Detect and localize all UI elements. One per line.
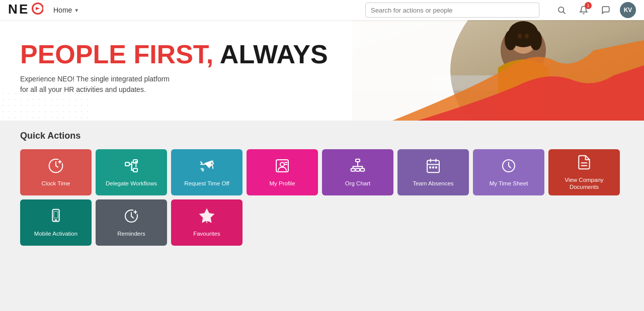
view-company-documents-icon — [576, 154, 592, 173]
request-time-off-icon — [199, 158, 215, 176]
hero-subtitle-line2: for all all your HR activities and updat… — [20, 85, 146, 93]
clock-time-label: Clock Time — [42, 180, 70, 187]
hero-title-black: ALWAYS — [220, 40, 328, 69]
my-profile-icon — [274, 158, 290, 176]
mobile-activation-icon — [48, 208, 64, 227]
tile-my-profile[interactable]: My Profile — [247, 149, 318, 195]
clock-time-icon — [48, 158, 64, 176]
hero-content: PEOPLE FIRST, ALWAYS Experience NEO! The… — [20, 40, 328, 95]
svg-rect-30 — [356, 168, 360, 171]
tile-favourites[interactable]: Favourites — [171, 199, 243, 246]
svg-rect-38 — [432, 166, 434, 168]
my-time-sheet-label: My Time Sheet — [490, 180, 528, 187]
user-avatar[interactable]: KV — [620, 2, 636, 18]
team-absences-icon — [425, 158, 441, 176]
app-header: N E Home ▼ — [0, 0, 644, 20]
favourites-label: Favourites — [193, 231, 220, 238]
svg-text:N: N — [8, 2, 17, 16]
delegate-workflows-label: Delegate Workflows — [106, 180, 157, 187]
hero-banner: PEOPLE FIRST, ALWAYS Experience NEO! The… — [0, 20, 644, 121]
hero-title-colored: PEOPLE FIRST, — [20, 40, 213, 69]
nav-home[interactable]: Home ▼ — [53, 6, 79, 14]
tile-clock-time[interactable]: Clock Time — [20, 149, 92, 195]
home-label: Home — [53, 6, 72, 14]
view-company-documents-label: View Company Documents — [553, 177, 615, 191]
tile-org-chart[interactable]: Org Chart — [322, 149, 393, 195]
my-profile-label: My Profile — [269, 180, 295, 187]
tile-team-absences[interactable]: Team Absences — [397, 149, 469, 195]
tile-delegate-workflows[interactable]: Delegate Workflows — [96, 149, 167, 195]
tile-view-company-documents[interactable]: View Company Documents — [548, 149, 620, 195]
svg-rect-45 — [54, 211, 58, 218]
svg-rect-37 — [429, 166, 431, 168]
tile-mobile-activation[interactable]: Mobile Activation — [20, 199, 92, 246]
search-icon-btn[interactable] — [553, 2, 570, 18]
notifications-btn[interactable]: 1 — [576, 2, 592, 18]
hero-wave — [292, 20, 644, 121]
request-time-off-label: Request Time Off — [184, 180, 229, 187]
delegate-workflows-icon — [123, 158, 139, 176]
hero-subtitle: Experience NEO! The single integrated pl… — [20, 74, 328, 95]
logo[interactable]: N E — [8, 2, 43, 19]
logo-text: N E — [8, 2, 43, 19]
header-icons: 1 KV — [553, 2, 636, 18]
svg-point-25 — [280, 162, 284, 166]
org-chart-label: Org Chart — [345, 180, 371, 187]
team-absences-label: Team Absences — [413, 180, 453, 187]
org-chart-icon — [350, 158, 366, 176]
search-input[interactable] — [365, 3, 539, 18]
mobile-activation-label: Mobile Activation — [34, 231, 77, 238]
actions-grid: Clock Time Delegate Workflows — [20, 149, 624, 246]
svg-text:E: E — [19, 2, 28, 16]
hero-title: PEOPLE FIRST, ALWAYS — [20, 40, 328, 69]
quick-actions-section: Quick Actions Clock Time — [0, 121, 644, 256]
messages-btn[interactable] — [598, 2, 614, 18]
hero-subtitle-line1: Experience NEO! The single integrated pl… — [20, 75, 170, 83]
notifications-badge: 1 — [585, 2, 592, 9]
favourites-icon — [199, 208, 215, 227]
svg-point-5 — [558, 7, 564, 13]
tile-reminders[interactable]: Reminders — [96, 199, 167, 246]
svg-rect-21 — [125, 162, 129, 166]
my-time-sheet-icon — [501, 158, 517, 176]
reminders-label: Reminders — [117, 231, 145, 238]
tile-my-time-sheet[interactable]: My Time Sheet — [473, 149, 544, 195]
home-dropdown-icon: ▼ — [74, 8, 79, 13]
quick-actions-title: Quick Actions — [20, 131, 624, 141]
tile-request-time-off[interactable]: Request Time Off — [171, 149, 243, 195]
svg-rect-23 — [133, 168, 137, 172]
svg-line-6 — [563, 12, 565, 14]
search-container — [365, 3, 539, 18]
svg-rect-39 — [435, 166, 437, 168]
reminders-icon — [123, 208, 139, 227]
